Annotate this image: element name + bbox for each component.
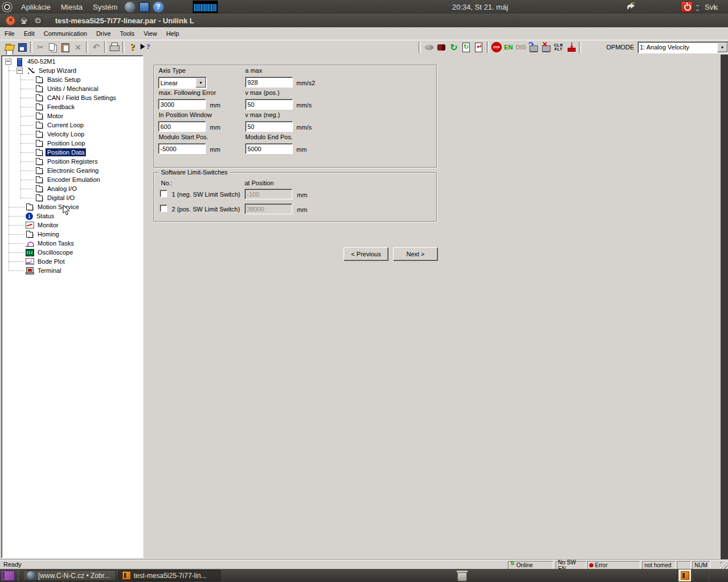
tree-item-monitor[interactable]: Monitor xyxy=(2,221,143,230)
tree-item-encoder-emulation[interactable]: Encoder Emulation xyxy=(2,175,143,184)
refresh-icon[interactable] xyxy=(448,41,460,53)
tree-item-feedback[interactable]: Feedback xyxy=(2,102,143,111)
trash-icon[interactable] xyxy=(457,569,467,581)
tree-item-label: Terminal xyxy=(36,267,63,275)
tree-item-motion-service[interactable]: Motion Service xyxy=(2,202,143,211)
monitor-mode-icon[interactable] xyxy=(423,41,435,53)
places-menu[interactable]: Miesta xyxy=(56,0,88,14)
tree-item-motor[interactable]: Motor xyxy=(2,111,143,120)
modulo-end-input[interactable] xyxy=(245,143,293,154)
save-file-icon[interactable] xyxy=(16,41,28,53)
tree-item-motion-tasks[interactable]: Motion Tasks xyxy=(2,239,143,248)
tree-item-analog-io[interactable]: Analog I/O xyxy=(2,184,143,193)
distro-logo-icon[interactable] xyxy=(2,2,13,13)
chevron-down-icon[interactable]: ▼ xyxy=(196,78,206,88)
clock[interactable]: 20:34, St 21. máj xyxy=(452,0,508,14)
taskbar-handle[interactable] xyxy=(18,571,21,580)
limit-switch-1-checkbox[interactable] xyxy=(160,190,167,197)
stop-icon[interactable]: STOP xyxy=(491,41,502,53)
tree-item-velocity-loop[interactable]: Velocity Loop xyxy=(2,130,143,139)
tree-item-position-loop[interactable]: Position Loop xyxy=(2,139,143,148)
max-following-error-input[interactable] xyxy=(158,99,206,110)
tree-item-position-registers[interactable]: Position Registers xyxy=(2,157,143,166)
applications-menu[interactable]: Aplikácie xyxy=(16,0,56,14)
tree-item-setup-wizard[interactable]: Setup Wizard xyxy=(2,66,143,75)
save-to-eeprom-icon[interactable] xyxy=(565,41,577,53)
next-button[interactable]: Next > xyxy=(393,247,438,261)
updown-arrows-icon[interactable]: ↑↓ xyxy=(713,0,718,14)
print-icon[interactable] xyxy=(108,41,121,53)
open-file-icon[interactable] xyxy=(3,41,16,53)
opmode-select[interactable]: 1: Analog Velocity ▼ xyxy=(638,41,728,53)
tree-item-electronic-gearing[interactable]: Electronic Gearing xyxy=(2,166,143,175)
collapse-expander-icon[interactable] xyxy=(16,68,23,74)
copy-icon[interactable] xyxy=(47,41,59,53)
delete-icon[interactable] xyxy=(72,41,84,53)
reload-params-icon[interactable] xyxy=(460,41,473,53)
disable-button[interactable]: DIS xyxy=(515,41,527,53)
motor-icon[interactable] xyxy=(435,41,448,53)
tree-item-can-field-bus[interactable]: CAN / Field Bus Settings xyxy=(2,93,143,102)
menu-file[interactable]: File xyxy=(0,28,19,39)
menu-communication[interactable]: Communication xyxy=(39,28,92,39)
v-max-neg-input[interactable] xyxy=(245,121,293,132)
tray-unilink-icon[interactable] xyxy=(679,569,691,581)
window-titlebar[interactable]: test-mesa5i25-7i77-linear.par - Unilink … xyxy=(0,14,728,28)
menu-edit[interactable]: Edit xyxy=(19,28,39,39)
in-position-window-input[interactable] xyxy=(158,121,206,132)
clear-drive-icon[interactable] xyxy=(540,41,552,53)
limit-switch-2-checkbox[interactable] xyxy=(160,205,167,212)
help-launcher-icon[interactable] xyxy=(153,2,164,13)
context-help-icon[interactable] xyxy=(139,41,151,53)
tree-item-label: Homing xyxy=(36,230,61,238)
browser-launcher-icon[interactable] xyxy=(125,2,135,13)
wizard-wand-icon xyxy=(27,67,35,74)
menu-tools[interactable]: Tools xyxy=(115,28,139,39)
app-launcher-icon[interactable] xyxy=(139,2,150,13)
shutdown-icon[interactable] xyxy=(681,1,693,13)
tree-item-current-loop[interactable]: Current Loop xyxy=(2,120,143,130)
tree-item-oscilloscope[interactable]: Oscilloscope xyxy=(2,248,143,257)
waveform-monitor-applet[interactable] xyxy=(193,1,218,13)
chevron-down-icon[interactable]: ▼ xyxy=(717,43,727,52)
a-max-input[interactable] xyxy=(245,77,293,88)
tree-item-drive[interactable]: 450-52M1 xyxy=(2,57,143,66)
tree-item-terminal[interactable]: Terminal xyxy=(2,266,143,275)
v-max-pos-input[interactable] xyxy=(245,99,293,110)
taskbar-window-unilink[interactable]: test-mesa5i25-7i77-lin... xyxy=(118,570,221,581)
tree-item-digital-io[interactable]: Digital I/O xyxy=(2,193,143,202)
modulo-start-input[interactable] xyxy=(158,143,206,154)
enable-button[interactable]: EN xyxy=(502,41,515,53)
tree-item-units-mechanical[interactable]: Units / Mechanical xyxy=(2,84,143,93)
menu-drive[interactable]: Drive xyxy=(92,28,115,39)
undo-icon[interactable] xyxy=(90,41,102,53)
axis-type-select[interactable]: Linear ▼ xyxy=(158,77,207,89)
notification-arrow-icon[interactable] xyxy=(626,2,636,13)
menu-help[interactable]: Help xyxy=(162,28,184,39)
menu-view[interactable]: View xyxy=(139,28,162,39)
tree-item-basic-setup[interactable]: Basic Setup xyxy=(2,75,143,84)
toolbar: STOP EN DIS CLR FLT OPMODE 1: Analog Vel… xyxy=(0,40,728,55)
tree-item-status[interactable]: Status xyxy=(2,211,143,221)
minimize-button[interactable] xyxy=(19,16,29,26)
cut-icon[interactable] xyxy=(34,41,47,53)
keyboard-layout-indicator[interactable]: Svk xyxy=(700,0,722,14)
resize-grip[interactable] xyxy=(720,562,727,569)
tree-item-position-data[interactable]: Position Data xyxy=(2,148,143,157)
reset-drive-icon[interactable] xyxy=(527,41,540,53)
tree-item-homing[interactable]: Homing xyxy=(2,230,143,239)
taskbar-window-browser[interactable]: [www.C-N-C.cz • Zobr... xyxy=(23,570,116,581)
apply-params-icon[interactable] xyxy=(473,41,485,53)
close-button[interactable] xyxy=(6,16,15,26)
paste-icon[interactable] xyxy=(59,41,72,53)
workspace-switcher-icon[interactable] xyxy=(1,571,15,581)
clear-fault-button[interactable]: CLR FLT xyxy=(552,41,565,53)
maximize-button[interactable] xyxy=(33,16,43,26)
help-icon[interactable] xyxy=(126,41,139,53)
unilink-app-icon xyxy=(681,571,689,580)
collapse-expander-icon[interactable] xyxy=(5,59,11,65)
system-menu[interactable]: Systém xyxy=(88,0,122,14)
tree-item-bode-plot[interactable]: Bode Plot xyxy=(2,257,143,266)
tree-connector xyxy=(20,89,34,89)
previous-button[interactable]: < Previous xyxy=(344,247,388,261)
